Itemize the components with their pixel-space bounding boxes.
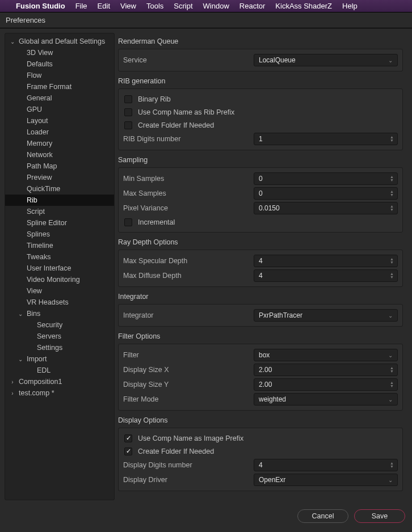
input-pixelvar[interactable]: 0.0150 ▲▼ bbox=[254, 202, 398, 214]
value-display-digits: 4 bbox=[259, 461, 263, 469]
spinner-icon[interactable]: ▲▼ bbox=[390, 136, 394, 142]
section-display: Use Comp Name as Image Prefix Create Fol… bbox=[118, 428, 403, 491]
spinner-icon[interactable]: ▲▼ bbox=[390, 205, 394, 212]
tree-frame-format[interactable]: Frame Format bbox=[5, 81, 114, 92]
select-service[interactable]: LocalQueue ⌄ bbox=[254, 54, 398, 66]
tree-settings[interactable]: Settings bbox=[5, 342, 114, 353]
spinner-icon[interactable]: ▲▼ bbox=[390, 190, 394, 197]
spinner-icon[interactable]: ▲▼ bbox=[390, 175, 394, 182]
tree-flow[interactable]: Flow bbox=[5, 70, 114, 81]
chevron-right-icon[interactable]: › bbox=[9, 389, 16, 397]
tree-bins[interactable]: ⌄Bins bbox=[5, 308, 114, 319]
input-display-digits[interactable]: 4 ▲▼ bbox=[254, 459, 398, 471]
chevron-down-icon[interactable]: ⌄ bbox=[9, 37, 16, 45]
tree-global[interactable]: ⌄Global and Default Settings bbox=[5, 36, 114, 47]
spinner-icon[interactable]: ▲▼ bbox=[390, 462, 394, 468]
input-rib-digits[interactable]: 1 ▲▼ bbox=[254, 133, 398, 145]
tree-label: 3D View bbox=[27, 49, 53, 57]
section-filter: Filter box ⌄ Display Size X 2.00 ▲▼ Disp… bbox=[118, 344, 403, 411]
tree-view[interactable]: View bbox=[5, 285, 114, 297]
spinner-icon[interactable]: ▲▼ bbox=[390, 366, 394, 373]
menu-script[interactable]: Script bbox=[174, 2, 192, 10]
select-filter[interactable]: box ⌄ bbox=[254, 349, 398, 361]
tree-edl[interactable]: EDL bbox=[5, 365, 114, 376]
tree-network[interactable]: Network bbox=[5, 149, 114, 161]
tree-label: Tweaks bbox=[27, 253, 51, 261]
tree-label: Timeline bbox=[27, 242, 53, 250]
menu-app[interactable]: Fusion Studio bbox=[16, 2, 65, 10]
input-maxspec[interactable]: 4 ▲▼ bbox=[254, 255, 398, 267]
cancel-button[interactable]: Cancel bbox=[297, 509, 348, 523]
tree-script[interactable]: Script bbox=[5, 206, 114, 217]
tree-general[interactable]: General bbox=[5, 92, 114, 104]
checkbox-rib-compname[interactable] bbox=[124, 108, 132, 116]
section-ribgen: Binary Rib Use Comp Name as Rib Prefix C… bbox=[118, 88, 403, 150]
save-button[interactable]: Save bbox=[354, 509, 405, 523]
checkbox-rib-createfolder[interactable] bbox=[124, 121, 132, 129]
label-incremental: Incremental bbox=[138, 218, 175, 226]
tree-layout[interactable]: Layout bbox=[5, 115, 114, 126]
chevron-down-icon[interactable]: ⌄ bbox=[16, 355, 24, 363]
chevron-down-icon: ⌄ bbox=[388, 396, 393, 403]
tree-rib[interactable]: Rib bbox=[5, 195, 114, 206]
tree-gpu[interactable]: GPU bbox=[5, 104, 114, 115]
tree-user-interface[interactable]: User Interface bbox=[5, 263, 114, 274]
tree-path-map[interactable]: Path Map bbox=[5, 161, 114, 172]
spinner-icon[interactable]: ▲▼ bbox=[390, 381, 394, 388]
tree-3d-view[interactable]: 3D View bbox=[5, 47, 114, 58]
checkbox-incremental[interactable] bbox=[124, 218, 132, 226]
input-minsamples[interactable]: 0 ▲▼ bbox=[254, 172, 398, 185]
menu-tools[interactable]: Tools bbox=[146, 2, 163, 10]
menu-file[interactable]: File bbox=[75, 2, 87, 10]
checkbox-binary-rib[interactable] bbox=[124, 95, 132, 103]
select-display-driver[interactable]: OpenExr ⌄ bbox=[254, 474, 398, 486]
tree-testcomp[interactable]: ›test.comp * bbox=[5, 387, 114, 399]
tree-spline-editor[interactable]: Spline Editor bbox=[5, 217, 114, 229]
menu-window[interactable]: Window bbox=[203, 2, 229, 10]
section-title-integrator: Integrator bbox=[118, 293, 403, 301]
select-filtermode[interactable]: weighted ⌄ bbox=[254, 393, 398, 406]
select-integrator[interactable]: PxrPathTracer ⌄ bbox=[254, 309, 398, 322]
checkbox-display-compname[interactable] bbox=[124, 434, 132, 442]
spinner-icon[interactable]: ▲▼ bbox=[390, 257, 394, 264]
tree-preview[interactable]: Preview bbox=[5, 172, 114, 183]
tree-import[interactable]: ⌄Import bbox=[5, 353, 114, 365]
tree-vr-headsets[interactable]: VR Headsets bbox=[5, 297, 114, 308]
menu-reactor[interactable]: Reactor bbox=[239, 2, 266, 10]
menubar: Fusion Studio File Edit View Tools Scrip… bbox=[0, 0, 412, 12]
input-sizey[interactable]: 2.00 ▲▼ bbox=[254, 378, 398, 391]
tree-composition1[interactable]: ›Composition1 bbox=[5, 376, 114, 387]
input-maxsamples[interactable]: 0 ▲▼ bbox=[254, 187, 398, 200]
label-display-driver: Display Driver bbox=[123, 476, 254, 484]
tree-label: QuickTime bbox=[27, 185, 60, 193]
section-integrator: Integrator PxrPathTracer ⌄ bbox=[118, 304, 403, 327]
label-filter: Filter bbox=[123, 351, 254, 359]
tree-label: EDL bbox=[37, 366, 51, 374]
tree-loader[interactable]: Loader bbox=[5, 126, 114, 138]
section-raydepth: Max Specular Depth 4 ▲▼ Max Diffuse Dept… bbox=[118, 250, 403, 287]
section-renderman: Service LocalQueue ⌄ bbox=[118, 49, 403, 71]
tree-tweaks[interactable]: Tweaks bbox=[5, 251, 114, 263]
label-display-createfolder: Create Folder If Needed bbox=[138, 447, 214, 455]
menu-view[interactable]: View bbox=[120, 2, 136, 10]
tree-security[interactable]: Security bbox=[5, 319, 114, 331]
tree-servers[interactable]: Servers bbox=[5, 331, 114, 342]
tree-splines[interactable]: Splines bbox=[5, 229, 114, 240]
tree-memory[interactable]: Memory bbox=[5, 138, 114, 149]
chevron-down-icon[interactable]: ⌄ bbox=[16, 310, 24, 318]
input-sizex[interactable]: 2.00 ▲▼ bbox=[254, 364, 398, 376]
label-service: Service bbox=[123, 56, 254, 64]
tree-quicktime[interactable]: QuickTime bbox=[5, 183, 114, 195]
tree-defaults[interactable]: Defaults bbox=[5, 58, 114, 70]
chevron-right-icon[interactable]: › bbox=[9, 378, 16, 386]
tree-timeline[interactable]: Timeline bbox=[5, 240, 114, 251]
checkbox-display-createfolder[interactable] bbox=[124, 447, 132, 455]
menu-help[interactable]: Help bbox=[342, 2, 358, 10]
menu-kickass[interactable]: KickAss ShaderZ bbox=[275, 2, 332, 10]
menu-edit[interactable]: Edit bbox=[98, 2, 110, 10]
input-maxdiff[interactable]: 4 ▲▼ bbox=[254, 269, 398, 282]
tree-video-monitoring[interactable]: Video Monitoring bbox=[5, 274, 114, 285]
tree-label: Video Monitoring bbox=[27, 276, 80, 284]
spinner-icon[interactable]: ▲▼ bbox=[390, 272, 394, 279]
tree-label: Settings bbox=[37, 344, 62, 352]
